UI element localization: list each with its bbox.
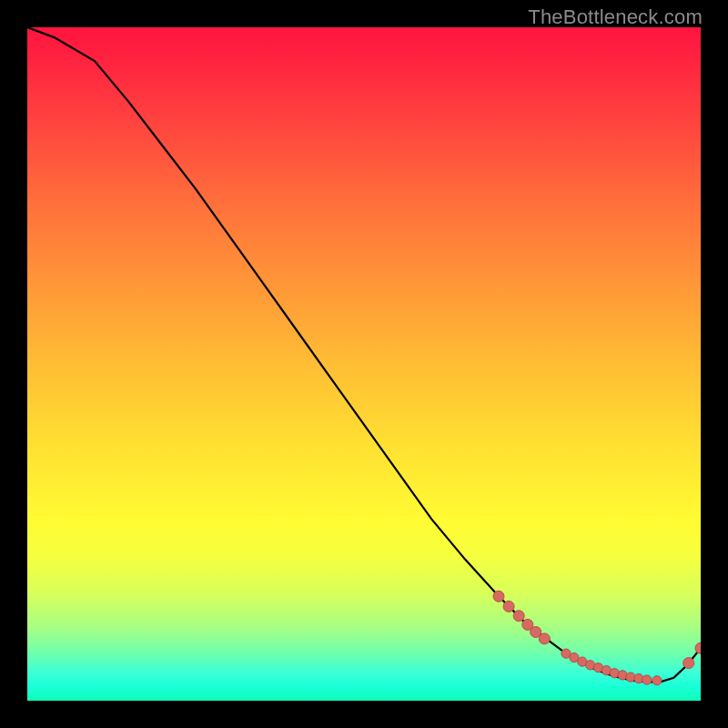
data-point [513,611,524,622]
data-point [683,658,694,669]
plot-area [27,27,701,701]
highlighted-points [493,591,701,685]
watermark-text: TheBottleneck.com [528,5,703,29]
bottleneck-curve [27,27,701,682]
data-point [493,591,504,602]
data-point [539,633,550,644]
data-point [642,675,652,684]
curve-layer [27,27,701,701]
data-point [695,642,701,653]
data-point [503,601,514,612]
data-point [652,676,662,685]
chart-frame: TheBottleneck.com [0,0,728,728]
